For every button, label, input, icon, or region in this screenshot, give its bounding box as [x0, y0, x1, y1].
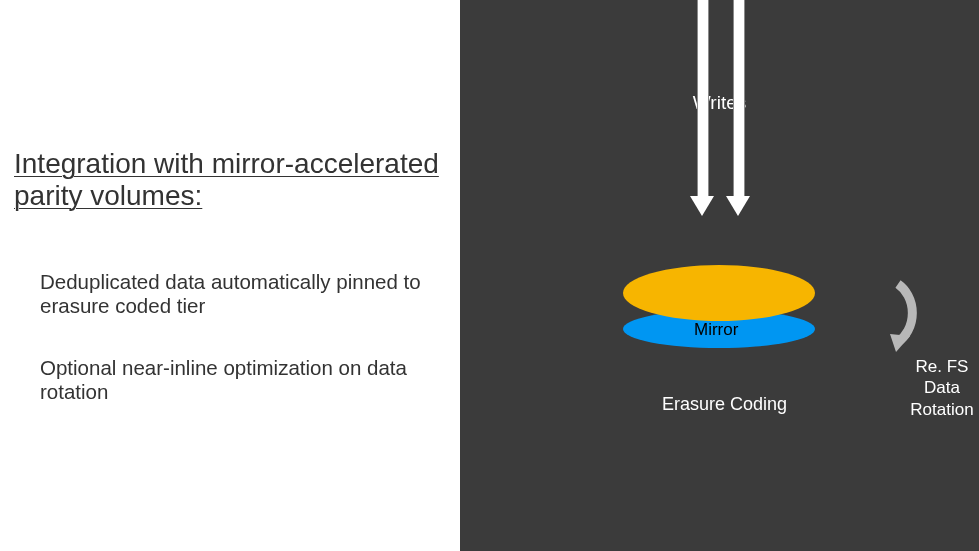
rotation-label-line2: Data — [924, 378, 960, 397]
left-panel: Integration with mirror-accelerated pari… — [0, 0, 460, 551]
mirror-label: Mirror — [694, 320, 738, 340]
rotation-label-line3: Rotation — [910, 400, 973, 419]
svg-marker-0 — [890, 334, 910, 352]
down-arrow-icon — [726, 0, 750, 216]
tier-ellipse-hot — [623, 265, 815, 321]
slide: Integration with mirror-accelerated pari… — [0, 0, 979, 551]
slide-heading: Integration with mirror-accelerated pari… — [14, 148, 444, 212]
rotation-label: Re. FS Data Rotation — [907, 356, 977, 420]
down-arrow-icon — [690, 0, 714, 216]
rotation-label-line1: Re. FS — [916, 357, 969, 376]
rotation-arrow-icon — [890, 280, 944, 352]
body-paragraph-2: Optional near-inline optimization on dat… — [40, 356, 450, 404]
right-panel: Writes Mirror Erasure Coding Re. FS Data… — [460, 0, 979, 551]
body-paragraph-1: Deduplicated data automatically pinned t… — [40, 270, 450, 318]
erasure-coding-label: Erasure Coding — [662, 394, 787, 415]
